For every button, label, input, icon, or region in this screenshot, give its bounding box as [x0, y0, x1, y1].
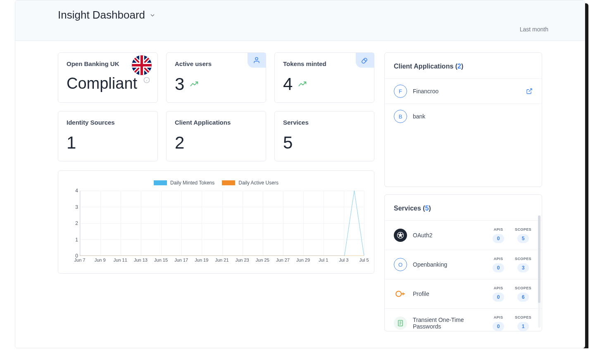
service-row[interactable]: OAuth2 APIS 0 SCOPES 5: [385, 220, 542, 250]
scopes-metric: SCOPES 3: [514, 257, 533, 272]
user-icon-badge: [248, 53, 266, 68]
right-column: Client Applications (2) F Financroo B ba…: [384, 52, 542, 331]
client-apps-count: 2: [457, 63, 461, 70]
service-row[interactable]: Profile APIS 0 SCOPES 6: [385, 279, 542, 308]
trend-up-icon: [298, 81, 307, 87]
services-count: 5: [425, 205, 429, 212]
x-tick: Jul 3: [339, 258, 348, 262]
client-apps-panel-title: Client Applications: [394, 63, 453, 70]
pill-icon: [361, 57, 369, 64]
y-tick: 3: [75, 204, 78, 210]
y-tick: 1: [75, 237, 78, 243]
x-tick: Jul 1: [319, 258, 328, 262]
chart-area: 01234 Jun 7Jun 9Jun 11Jun 13Jun 15Jun 17…: [72, 191, 364, 266]
client-name: bank: [413, 113, 425, 120]
apis-label: APIS: [494, 286, 503, 290]
client-apps-list: F Financroo B bank: [385, 78, 542, 129]
client-app-row[interactable]: F Financroo: [385, 78, 542, 104]
active-users-title: Active users: [175, 60, 257, 67]
services-value: 5: [283, 134, 366, 151]
legend-item[interactable]: Daily Minted Tokens: [154, 180, 214, 186]
svg-point-8: [396, 291, 401, 297]
left-column: Open Banking UK Compliant Active users 3: [58, 52, 374, 274]
apis-label: APIS: [494, 257, 503, 261]
apis-label: APIS: [494, 315, 503, 319]
page-title: Insight Dashboard: [58, 9, 145, 21]
service-row[interactable]: O Openbanking APIS 0 SCOPES 3: [385, 250, 542, 279]
tokens-minted-card[interactable]: Tokens minted 4: [274, 52, 374, 103]
time-filter-label[interactable]: Last month: [520, 26, 548, 33]
chart-series-line: [80, 191, 364, 256]
scopes-value: 5: [517, 234, 529, 243]
apis-metric: APIS 0: [489, 315, 508, 331]
services-card[interactable]: Services 5: [274, 111, 374, 161]
scopes-label: SCOPES: [515, 227, 531, 232]
x-tick: Jun 21: [215, 258, 229, 262]
scopes-metric: SCOPES 5: [514, 227, 533, 243]
scrollbar[interactable]: [538, 215, 540, 328]
scopes-label: SCOPES: [515, 286, 531, 290]
uk-flag-icon: [132, 55, 152, 75]
legend-label: Daily Active Users: [238, 180, 279, 186]
service-avatar: O: [394, 258, 407, 271]
stat-grid: Open Banking UK Compliant Active users 3: [58, 52, 374, 161]
service-name: Transient One-Time Passwords: [413, 317, 483, 330]
service-avatar: [394, 287, 407, 300]
x-tick: Jun 23: [236, 258, 249, 262]
client-apps-panel: Client Applications (2) F Financroo B ba…: [384, 52, 542, 187]
client-avatar: B: [394, 110, 407, 123]
legend-item[interactable]: Daily Active Users: [222, 180, 279, 186]
scopes-value: 3: [517, 263, 529, 272]
identity-sources-title: Identity Sources: [67, 119, 149, 126]
apis-metric: APIS 0: [489, 227, 508, 243]
apis-metric: APIS 0: [489, 257, 508, 272]
x-tick: Jun 27: [276, 258, 290, 262]
active-users-number: 3: [175, 76, 184, 93]
scopes-metric: SCOPES 1: [514, 315, 533, 331]
scopes-label: SCOPES: [515, 257, 531, 261]
apis-value: 0: [493, 293, 504, 302]
active-users-card[interactable]: Active users 3: [166, 52, 266, 103]
client-apps-card[interactable]: Client Applications 2: [166, 111, 266, 161]
service-avatar: [394, 229, 407, 242]
service-row[interactable]: Transient One-Time Passwords APIS 0 SCOP…: [385, 308, 542, 331]
client-app-row[interactable]: B bank: [385, 104, 542, 129]
apis-metric: APIS 0: [489, 286, 508, 302]
service-name: Profile: [413, 291, 483, 297]
legend-swatch: [154, 180, 167, 185]
tokens-minted-value: 4: [283, 76, 366, 93]
chart-x-axis: Jun 7Jun 9Jun 11Jun 13Jun 15Jun 17Jun 19…: [80, 258, 364, 266]
services-list[interactable]: OAuth2 APIS 0 SCOPES 5 O Openbanking API…: [385, 220, 542, 331]
chevron-down-icon[interactable]: [149, 12, 156, 19]
chart-lines: [80, 191, 364, 256]
scrollbar-thumb[interactable]: [538, 215, 540, 303]
x-tick: Jun 19: [195, 258, 208, 262]
scopes-value: 6: [517, 293, 529, 302]
active-users-value: 3: [175, 76, 257, 93]
scopes-metric: SCOPES 6: [514, 286, 533, 302]
token-icon-badge: [356, 53, 374, 68]
y-tick: 4: [75, 188, 78, 194]
service-name: Openbanking: [413, 261, 483, 268]
client-avatar: F: [394, 85, 407, 98]
y-tick: 2: [75, 220, 78, 226]
x-tick: Jun 7: [74, 258, 86, 262]
x-tick: Jun 9: [95, 258, 106, 262]
services-panel-header: Services (5): [385, 195, 542, 220]
x-tick: Jun 15: [154, 258, 168, 262]
scopes-value: 1: [517, 322, 529, 331]
apis-label: APIS: [494, 227, 503, 232]
services-panel-title: Services: [394, 205, 421, 212]
dashboard-window: Insight Dashboard Last month Open Bankin…: [15, 0, 585, 348]
apis-value: 0: [493, 263, 504, 272]
services-title: Services: [283, 119, 366, 126]
identity-sources-card[interactable]: Identity Sources 1: [58, 111, 158, 161]
trend-up-icon: [190, 81, 199, 87]
compliance-card[interactable]: Open Banking UK Compliant: [58, 52, 158, 103]
apis-value: 0: [493, 322, 504, 331]
info-icon[interactable]: [143, 77, 150, 83]
tokens-minted-number: 4: [283, 76, 293, 93]
service-avatar: [394, 317, 407, 330]
client-apps-panel-header: Client Applications (2): [385, 53, 542, 78]
external-link-icon[interactable]: [526, 88, 533, 95]
